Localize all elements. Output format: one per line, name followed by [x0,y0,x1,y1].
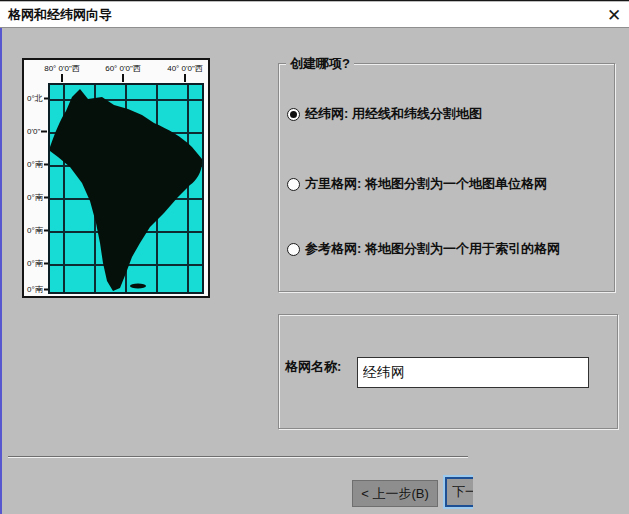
radio-reference-grid-label: 参考格网: 将地图分割为一个用于索引的格网 [305,240,560,258]
map-preview: 80° 0'0"西 60° 0'0"西 40° 0'0"西 0°北 0'0" 0… [22,58,210,298]
next-button-clipped[interactable]: 下一 [443,475,473,509]
window-left-border [0,28,2,514]
south-america-map [50,85,202,292]
latitude-label: 0°南 [27,284,50,295]
next-button-label: 下一 [445,477,473,507]
latitude-label: 0°南 [27,159,50,170]
axis-tick [61,74,63,82]
options-group-label: 创建哪项? [286,55,354,73]
latitude-label: 0°南 [27,225,50,236]
latitude-label: 0°南 [27,258,50,269]
radio-graticule-label: 经纬网: 用经线和纬线分割地图 [305,105,482,123]
titlebar[interactable]: 格网和经纬网向导 ✕ [0,2,629,28]
latitude-label: 0°北 [27,93,50,104]
axis-tick [184,74,186,82]
radio-reference-grid[interactable]: 参考格网: 将地图分割为一个用于索引的格网 [287,240,560,258]
back-button[interactable]: < 上一步(B) [352,480,438,507]
window-title: 格网和经纬网向导 [8,6,112,24]
longitude-label: 40° 0'0"西 [167,63,203,74]
radio-measured-grid-label: 方里格网: 将地图分割为一个地图单位格网 [305,175,547,193]
map-canvas [48,83,204,294]
latitude-label: 0'0" [27,127,47,136]
wizard-dialog: 格网和经纬网向导 ✕ 80° 0'0"西 60° 0'0"西 40° 0'0"西… [0,0,629,514]
axis-tick [122,74,124,82]
next-button-focus-ring: 下一 [443,475,473,509]
grid-name-input[interactable] [357,357,589,388]
radio-button-icon[interactable] [287,108,300,121]
radio-measured-grid[interactable]: 方里格网: 将地图分割为一个地图单位格网 [287,175,547,193]
close-icon[interactable]: ✕ [603,4,625,26]
radio-button-icon[interactable] [287,178,300,191]
radio-graticule[interactable]: 经纬网: 用经线和纬线分割地图 [287,105,482,123]
radio-button-icon[interactable] [287,243,300,256]
longitude-label: 60° 0'0"西 [105,63,141,74]
longitude-label: 80° 0'0"西 [44,63,80,74]
latitude-label: 0°南 [27,192,50,203]
footer-divider [8,456,468,458]
grid-name-label: 格网名称: [285,358,341,376]
